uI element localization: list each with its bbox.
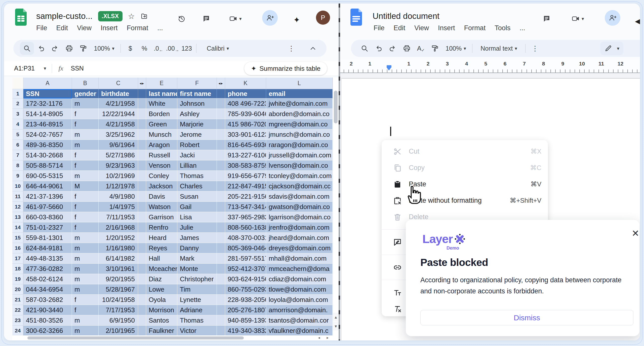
cell[interactable]: Johnson (177, 98, 217, 109)
cell[interactable] (138, 274, 146, 284)
cell[interactable]: 5/28/1967 (99, 284, 138, 295)
cell[interactable]: Watson (146, 202, 177, 212)
cell[interactable]: 9/6/1964 (99, 140, 138, 150)
cell[interactable]: 408-370-0031 (225, 233, 266, 243)
cell[interactable]: f (72, 160, 99, 171)
cell[interactable]: f (72, 150, 99, 160)
cell[interactable] (217, 243, 225, 253)
meet-video-icon[interactable]: ▾ (572, 15, 584, 23)
increase-decimal-button[interactable]: .00→ (166, 42, 180, 55)
vertical-scroll-thumb[interactable] (334, 91, 338, 123)
decrease-decimal-button[interactable]: .0← (151, 42, 166, 55)
cell[interactable]: 514-30-2668 (23, 150, 72, 160)
cell[interactable]: Heard (146, 233, 177, 243)
cell[interactable] (217, 171, 225, 181)
cell[interactable]: 461-97-5660 (23, 202, 72, 212)
formula-input[interactable]: SSN (71, 65, 84, 72)
cell[interactable]: Tim (177, 284, 217, 295)
cell[interactable]: Morrison (146, 305, 177, 315)
name-box[interactable]: A1:P31 (14, 65, 42, 72)
row-header[interactable]: 9 (12, 171, 23, 181)
cell[interactable]: f (72, 222, 99, 233)
cell[interactable]: Christopher (177, 274, 217, 284)
scroll-up-button[interactable]: ▲ (333, 313, 339, 321)
cell[interactable]: m (72, 274, 99, 284)
cell[interactable]: mmceachern@doma (266, 264, 333, 274)
cell[interactable]: 751-01-2327 (23, 222, 72, 233)
column-header-C[interactable]: C (99, 78, 138, 89)
cell[interactable]: 559-81-1301 (23, 233, 72, 243)
cell[interactable] (138, 150, 146, 160)
cell[interactable]: 940-859-1393 (225, 315, 266, 326)
cell[interactable]: Davis (146, 191, 177, 202)
cell[interactable] (217, 98, 225, 109)
cell[interactable]: 624-84-9181 (23, 243, 72, 253)
cell[interactable]: 9/20/1955 (99, 274, 138, 284)
cell[interactable]: 587-03-2682 (23, 295, 72, 305)
cell[interactable] (138, 171, 146, 181)
cell[interactable]: 808-560-1638 (225, 222, 266, 233)
cell[interactable]: 7/11/1953 (99, 212, 138, 222)
cell[interactable]: 281-597-5517 (225, 253, 266, 264)
row-header[interactable]: 23 (12, 315, 23, 326)
cell[interactable]: 408 496-7223 (225, 98, 266, 109)
cell[interactable]: 1/4/1975 (99, 202, 138, 212)
column-header-A[interactable]: A (23, 78, 72, 89)
cell[interactable]: 524-02-7657 (23, 129, 72, 140)
column-header-L[interactable]: L (266, 78, 333, 89)
cell[interactable]: Oyola (146, 295, 177, 305)
redo-icon[interactable] (48, 42, 62, 55)
header-cell[interactable] (138, 89, 146, 98)
search-icon[interactable] (357, 42, 372, 55)
toolbar-more-icon[interactable]: ⋮ (528, 42, 542, 55)
cell[interactable] (138, 222, 146, 233)
cell[interactable]: Russell (146, 150, 177, 160)
cell[interactable]: Green (146, 119, 177, 129)
cell[interactable]: amorrison@domain. (266, 305, 333, 315)
cell[interactable] (138, 98, 146, 109)
collapse-toolbar-icon[interactable] (306, 42, 320, 55)
cell[interactable]: 5/27/1986 (99, 150, 138, 160)
cell[interactable]: Susan (177, 191, 217, 202)
cell[interactable]: tlowe@domain.com (266, 284, 333, 295)
version-history-icon[interactable] (178, 15, 186, 23)
cell[interactable]: 303-901-6123 (225, 129, 266, 140)
cell[interactable]: 1/12/1978 (99, 181, 138, 191)
cell[interactable]: mhall@domain.com (266, 253, 333, 264)
cell[interactable] (217, 264, 225, 274)
cell[interactable]: 913-227-6106 (225, 150, 266, 160)
cell[interactable]: Robert (177, 140, 217, 150)
header-cell[interactable]: phone (225, 89, 266, 98)
mode-dropdown-caret[interactable]: ▾ (617, 46, 619, 51)
spellcheck-icon[interactable]: A✓ (414, 42, 428, 55)
menu-item-insert[interactable]: Insert (101, 24, 118, 32)
cell[interactable]: Lynette (177, 295, 217, 305)
cell[interactable]: Aragon (146, 140, 177, 150)
cell[interactable]: 6/9/1950 (99, 315, 138, 326)
horizontal-scroll-thumb[interactable] (27, 336, 244, 339)
cell[interactable]: 713-547-3414 (225, 202, 266, 212)
comments-icon[interactable] (543, 15, 551, 23)
menu-item-insert[interactable]: Insert (438, 24, 455, 32)
cell[interactable]: 3/25/1962 (99, 129, 138, 140)
menu-item-[interactable]: ... (157, 24, 163, 32)
cell[interactable]: lgarrison@domain.co (266, 212, 333, 222)
star-icon[interactable]: ☆ (128, 12, 135, 21)
cell[interactable] (138, 160, 146, 171)
menu-item-format[interactable]: Format (464, 24, 486, 32)
row-header[interactable]: 5 (12, 129, 23, 140)
cell[interactable]: 6/14/1982 (99, 253, 138, 264)
cell[interactable]: 308-583-8759 (225, 160, 266, 171)
cell[interactable]: f (72, 305, 99, 315)
cell[interactable]: Diaz (146, 274, 177, 284)
cell[interactable]: Thomas (177, 171, 217, 181)
cell[interactable]: 10/2/1969 (99, 171, 138, 181)
cell[interactable] (138, 326, 146, 335)
row-header[interactable]: 16 (12, 243, 23, 253)
cell[interactable]: m (72, 315, 99, 326)
print-icon[interactable] (62, 42, 76, 55)
cell[interactable]: gwatson@domain.co (266, 202, 333, 212)
cell[interactable]: 212-847-4915 (225, 181, 266, 191)
meet-video-icon[interactable]: ▾ (229, 15, 242, 23)
cell[interactable]: Conley (146, 171, 177, 181)
